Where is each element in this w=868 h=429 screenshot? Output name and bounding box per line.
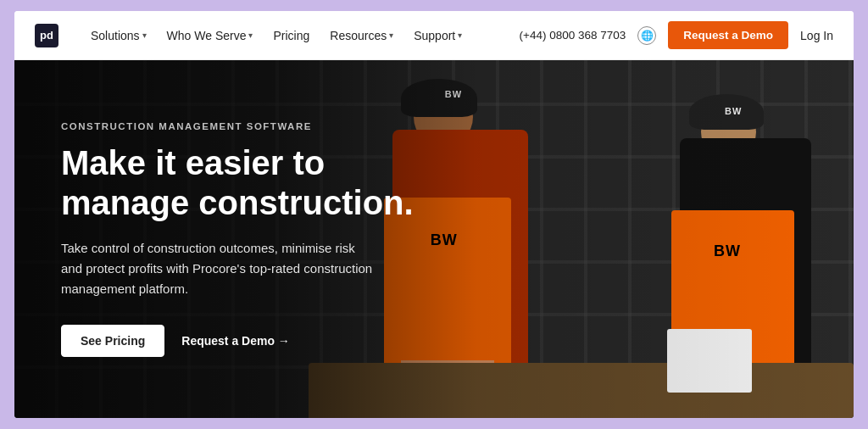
request-demo-hero-button[interactable]: Request a Demo → [181,334,290,348]
hero-section: BW BW BW BW [14,60,854,418]
nav-item-support[interactable]: Support ▾ [405,24,470,47]
login-button[interactable]: Log In [800,29,833,42]
chevron-down-icon: ▾ [389,31,393,40]
logo-box: pd [35,24,58,47]
hero-content: Construction Management Software Make it… [14,60,476,418]
nav-right: (+44) 0800 368 7703 🌐 Request a Demo Log… [520,21,833,49]
logo-text: pd [40,29,53,42]
chevron-down-icon: ▾ [142,31,147,40]
hero-label: Construction Management Software [61,121,434,131]
chevron-down-icon: ▾ [458,31,462,40]
hero-title: Make it easier to manage construction. [61,143,434,223]
request-demo-button[interactable]: Request a Demo [668,21,788,49]
navbar: pd Solutions ▾ Who We Serve ▾ Pricing Re… [14,11,854,60]
globe-icon[interactable]: 🌐 [637,26,656,45]
nav-item-solutions[interactable]: Solutions ▾ [82,24,155,47]
main-container: pd Solutions ▾ Who We Serve ▾ Pricing Re… [14,11,854,418]
hero-description: Take control of construction outcomes, m… [61,238,375,299]
phone-number: (+44) 0800 368 7703 [520,29,626,42]
nav-links: Solutions ▾ Who We Serve ▾ Pricing Resou… [82,24,520,47]
see-pricing-button[interactable]: See Pricing [61,325,164,357]
chevron-down-icon: ▾ [248,31,253,40]
nav-item-who-we-serve[interactable]: Who We Serve ▾ [159,24,262,47]
logo[interactable]: pd [35,24,58,47]
nav-item-resources[interactable]: Resources ▾ [321,24,402,47]
hero-buttons: See Pricing Request a Demo → [61,325,434,357]
nav-item-pricing[interactable]: Pricing [264,24,318,47]
